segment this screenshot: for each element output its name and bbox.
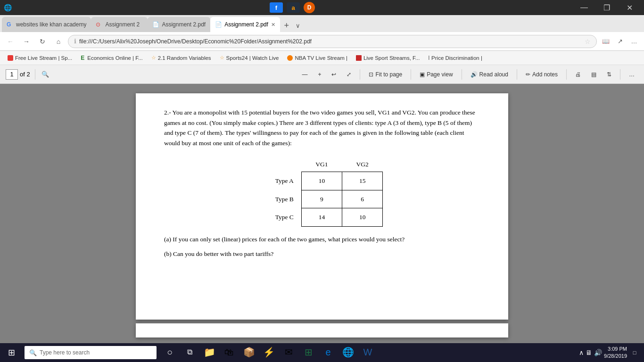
pdf-page-input[interactable] (6, 69, 18, 80)
close-button[interactable]: ✕ (619, 0, 640, 15)
bookmark-random-variables[interactable]: ☆ 2.1 Random Variables (148, 53, 215, 62)
pdf-page-view-button[interactable]: ▣ Page view (416, 70, 456, 79)
pdf-addnotes-label: Add notes (532, 71, 558, 78)
pdf-layout-button[interactable]: ▤ (587, 70, 600, 79)
taskbar-taskview-button[interactable]: ⧉ (180, 343, 199, 362)
tray-chevron-icon[interactable]: ∧ (579, 349, 584, 356)
cortana-icon: ○ (167, 347, 173, 358)
table-row: Type C 14 10 (261, 208, 383, 227)
pdf-separator-6 (566, 69, 567, 80)
pdf-zoom-out-button[interactable]: — (298, 70, 311, 79)
tab-websites[interactable]: G websites like khan academy (2, 17, 91, 32)
taskbar-excel-button[interactable]: ⊞ (299, 343, 318, 362)
edge-icon: e (325, 347, 330, 358)
tab-icon-pdf1: 📄 (152, 21, 159, 28)
address-bar: ← → ↻ ⌂ ℹ file:///C:/Users/Alix%20Joseph… (0, 32, 644, 51)
pdf-part-b: (b) Can you do better with two part tari… (164, 249, 480, 259)
new-tab-button[interactable]: + (280, 19, 293, 32)
pdf-fit-to-page-button[interactable]: ⊡ Fit to page (365, 70, 406, 79)
pdf-print-button[interactable]: 🖨 (571, 70, 585, 79)
pdf-fullscreen-button[interactable]: ⤢ (343, 70, 355, 79)
tab-pdf1[interactable]: 📄 Assignment 2.pdf (148, 17, 210, 32)
bookmark-freelivestream[interactable]: Free Live Stream | Sp... (4, 54, 76, 62)
pdf-page-number: of 2 (6, 69, 30, 80)
tab-close-pdf2[interactable]: ✕ (271, 22, 275, 28)
table-row: Type A 10 15 (261, 172, 383, 190)
bookmark-icon-economics: E (81, 55, 84, 61)
pdf-search-button[interactable]: 🔍 (40, 69, 50, 80)
pdf-rotate-icon: ↩ (331, 71, 336, 78)
pdf-rotate-button[interactable]: ↩ (328, 70, 340, 79)
tab-assignment2[interactable]: ⊙ Assignment 2 (91, 17, 148, 32)
bookmark-icon-random-variables: ☆ (151, 55, 156, 61)
taskbar-amazon-button[interactable]: 📦 (239, 343, 258, 362)
pdf-more-button[interactable]: … (625, 70, 638, 79)
bookmark-star-icon[interactable]: ☆ (585, 38, 591, 45)
bookmark-nbatv[interactable]: NBA TV Live Stream | (283, 54, 351, 62)
taskbar-search-icon: 🔍 (29, 349, 37, 356)
tray-network-icon[interactable]: 🖥 (586, 349, 592, 356)
bookmark-economics[interactable]: E Economics Online | F... (77, 53, 146, 63)
taskbar-word-button[interactable]: W (358, 343, 377, 362)
home-button[interactable]: ⌂ (52, 35, 65, 48)
start-button[interactable]: ⊞ (0, 343, 23, 362)
tab-label-pdf1: Assignment 2.pdf (162, 21, 206, 28)
taskbar-mail-button[interactable]: ✉ (279, 343, 298, 362)
share-button[interactable]: ↗ (614, 35, 626, 48)
mail-icon: ✉ (285, 346, 293, 358)
taskbar-ie-button[interactable]: 🌐 (339, 343, 357, 362)
tray-clock[interactable]: 3:09 PM 9/28/2019 (604, 346, 627, 360)
forward-button[interactable]: → (20, 35, 33, 48)
tab-bar: G websites like khan academy ⊙ Assignmen… (0, 15, 644, 32)
title-bar-icons: f a D (270, 2, 315, 13)
tray-volume-icon[interactable]: 🔊 (594, 349, 602, 356)
table-header-vg2: VG2 (342, 156, 383, 172)
bookmark-pricediscrimination[interactable]: l Price Discrimination | (424, 53, 486, 63)
taskbar-store-button[interactable]: 🛍 (220, 343, 239, 362)
folder-icon: 📁 (204, 346, 215, 358)
taskbar-cortana-button[interactable]: ○ (160, 343, 179, 362)
pdf-addnotes-icon: ✏ (526, 71, 530, 78)
pdf-part-a: (a) If you can only set (linear) prices … (164, 234, 480, 245)
pdf-content-area: 2.- You are a monopolist with 15 potenti… (0, 84, 644, 343)
read-view-button[interactable]: 📖 (600, 35, 612, 48)
pdf-separator-3 (411, 69, 411, 80)
pdf-zoom-out-icon: — (302, 71, 307, 78)
amazon-icon[interactable]: a (287, 2, 300, 13)
pdf-scroll-button[interactable]: ⇅ (603, 70, 615, 79)
pdf-layout-icon: ▤ (591, 71, 596, 78)
taskbar-search-box[interactable]: 🔍 Type here to search (25, 346, 157, 359)
bookmark-icon-livesport (356, 55, 362, 61)
refresh-button[interactable]: ↻ (36, 35, 49, 48)
tab-list-chevron[interactable]: ∨ (293, 19, 303, 32)
taskbar-edge-button[interactable]: e (319, 343, 338, 362)
minimize-button[interactable]: — (573, 0, 595, 15)
table-cell-typea-vg1: 10 (301, 172, 342, 190)
pdf-add-notes-button[interactable]: ✏ Add notes (522, 70, 561, 79)
address-input[interactable]: ℹ file:///C:/Users/Alix%20Joseph/OneDriv… (68, 35, 597, 48)
windows-icon: ⊞ (8, 347, 15, 358)
browser-icon[interactable]: D (304, 2, 315, 13)
bookmark-sports24[interactable]: ☆ Sports24 | Watch Live (216, 53, 283, 62)
table-cell-typec-label: Type C (261, 208, 302, 227)
pdf-zoom-in-button[interactable]: + (314, 70, 325, 79)
notification-button[interactable]: □ (629, 347, 640, 358)
pdf-scroll-icon: ⇅ (607, 71, 611, 78)
pdf-separator-4 (462, 69, 462, 80)
pdf-read-aloud-button[interactable]: 🔊 Read aloud (467, 70, 512, 79)
bookmark-icon-sports24: ☆ (220, 55, 224, 61)
facebook-icon[interactable]: f (270, 2, 283, 13)
title-bar: 🌐 f a D — ❐ ✕ (0, 0, 644, 15)
taskbar-system-tray: ∧ 🖥 🔊 3:09 PM 9/28/2019 □ (575, 346, 644, 360)
pdf-page-total: of 2 (20, 71, 30, 78)
taskview-icon: ⧉ (187, 348, 192, 356)
tab-pdf2[interactable]: 📄 Assignment 2.pdf ✕ (210, 17, 280, 32)
bookmark-label-sports24: Sports24 | Watch Live (226, 55, 279, 61)
bookmark-livesport[interactable]: Live Sport Streams, F... (352, 54, 424, 62)
bookmark-label-pricediscrimination: Price Discrimination | (431, 55, 482, 61)
taskbar-files-button[interactable]: 📁 (200, 343, 219, 362)
back-button[interactable]: ← (4, 35, 17, 48)
taskbar-spark-button[interactable]: ⚡ (259, 343, 278, 362)
more-button[interactable]: … (628, 35, 640, 48)
restore-button[interactable]: ❐ (596, 0, 618, 15)
